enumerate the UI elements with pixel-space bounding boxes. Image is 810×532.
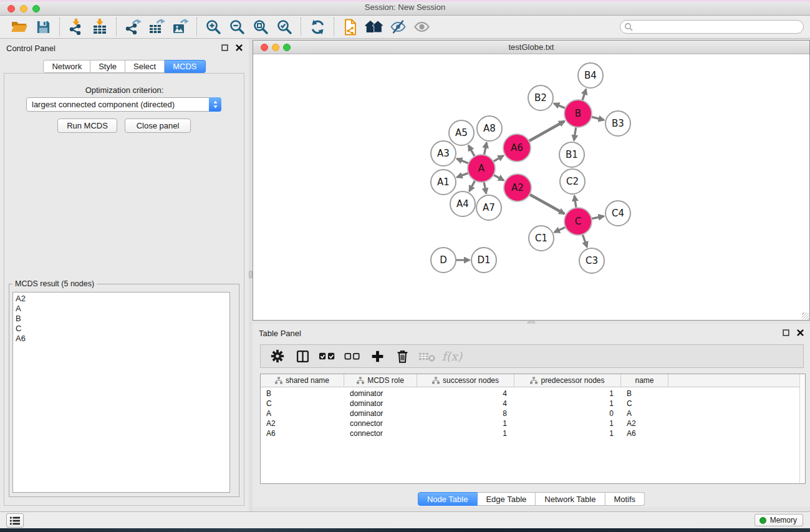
- zoom-fit-button[interactable]: [249, 17, 272, 37]
- hide-selected-button[interactable]: [386, 17, 410, 37]
- network-from-selection-button[interactable]: [339, 17, 362, 37]
- search-input[interactable]: [620, 20, 804, 34]
- column-type-icon: [432, 377, 440, 384]
- show-all-button[interactable]: [410, 17, 433, 37]
- graph-node-A3[interactable]: A3: [431, 141, 456, 166]
- mcds-result-item[interactable]: A: [16, 304, 229, 314]
- table-tab-network-table[interactable]: Network Table: [536, 492, 605, 506]
- import-table-icon: [92, 19, 108, 35]
- graph-node-A[interactable]: A: [468, 155, 495, 182]
- table-cell: connector: [344, 419, 417, 428]
- list-icon: [9, 516, 21, 526]
- function-builder-button[interactable]: f(x): [441, 346, 463, 366]
- eye-icon: [413, 19, 430, 35]
- zoom-out-icon: [229, 19, 245, 35]
- graph-node-B2[interactable]: B2: [528, 85, 553, 110]
- mcds-result-item[interactable]: A2: [16, 294, 229, 304]
- table-tab-node-table[interactable]: Node Table: [418, 492, 478, 506]
- mcds-result-item[interactable]: B: [16, 314, 229, 324]
- graph-node-D[interactable]: D: [431, 248, 456, 273]
- graph-node-C3[interactable]: C3: [579, 248, 604, 273]
- window-title: Session: New Session: [0, 2, 810, 12]
- graph-node-B4[interactable]: B4: [578, 63, 603, 88]
- fx-icon: f(x): [442, 349, 463, 363]
- new-column-button[interactable]: [367, 346, 388, 366]
- graph-node-A1[interactable]: A1: [431, 170, 456, 195]
- first-neighbors-button[interactable]: [362, 17, 386, 37]
- column-header-name[interactable]: name: [621, 374, 668, 387]
- column-header-predecessor-nodes[interactable]: predecessor nodes: [514, 374, 621, 387]
- column-header-mcds-role[interactable]: MCDS role: [344, 374, 417, 387]
- table-tab-motifs[interactable]: Motifs: [605, 492, 645, 506]
- table-mode-button[interactable]: [267, 346, 288, 366]
- toolbar-separator: [196, 17, 197, 36]
- graph-node-C[interactable]: C: [564, 208, 592, 235]
- network-resize-grip[interactable]: [802, 312, 809, 319]
- zoom-out-button[interactable]: [225, 17, 249, 37]
- control-tab-select[interactable]: Select: [125, 60, 165, 73]
- graph-node-B3[interactable]: B3: [605, 111, 630, 136]
- column-header-successor-nodes[interactable]: successor nodes: [417, 374, 514, 387]
- float-table-panel-icon[interactable]: [783, 329, 789, 336]
- graph-node-A8[interactable]: A8: [477, 116, 502, 141]
- table-cell: connector: [344, 429, 417, 438]
- table-cell: B: [621, 389, 668, 398]
- import-table-button[interactable]: [88, 17, 112, 37]
- export-image-button[interactable]: [168, 17, 192, 37]
- checked-boxes-icon: [319, 351, 336, 361]
- gear-icon: [270, 349, 285, 364]
- table-tab-edge-table[interactable]: Edge Table: [477, 492, 536, 506]
- delete-table-button[interactable]: [417, 346, 438, 366]
- open-file-button[interactable]: [7, 17, 31, 37]
- graph-node-D1[interactable]: D1: [471, 248, 496, 273]
- close-panel-icon[interactable]: [236, 44, 243, 51]
- task-history-button[interactable]: [6, 513, 24, 528]
- table-scrollbar[interactable]: [799, 374, 805, 483]
- run-mcds-button[interactable]: Run MCDS: [57, 118, 117, 133]
- graph-node-C1[interactable]: C1: [529, 226, 554, 251]
- table-row[interactable]: Bdominator41B: [261, 389, 799, 399]
- table-toolbar: f(x): [260, 344, 804, 368]
- delete-columns-button[interactable]: [392, 346, 413, 366]
- graph-node-B1[interactable]: B1: [559, 142, 584, 167]
- network-graph: AA1A2A3A4A5A6A7A8BB1B2B3B4CC1C2C3C4DD1: [253, 54, 809, 320]
- graph-node-A4[interactable]: A4: [450, 191, 475, 216]
- show-columns-button[interactable]: [292, 346, 313, 366]
- table-row[interactable]: A6connector11A6: [261, 428, 799, 438]
- column-header-shared-name[interactable]: shared name: [261, 374, 344, 387]
- table-row[interactable]: A2connector11A2: [261, 418, 799, 428]
- close-panel-button[interactable]: Close panel: [125, 118, 191, 133]
- table-row[interactable]: Adominator80A: [261, 409, 799, 418]
- criterion-dropdown[interactable]: largest connected component (directed): [26, 97, 221, 112]
- open-folder-icon: [11, 19, 28, 35]
- network-window-titlebar[interactable]: testGlobe.txt: [253, 41, 809, 54]
- zoom-fit-icon: [253, 19, 269, 35]
- graph-node-A2[interactable]: A2: [504, 174, 531, 201]
- graph-node-A7[interactable]: A7: [476, 195, 501, 220]
- export-table-button[interactable]: [145, 17, 168, 37]
- graph-node-A5[interactable]: A5: [449, 120, 474, 145]
- zoom-selected-button[interactable]: [272, 17, 296, 37]
- refresh-button[interactable]: [306, 17, 329, 37]
- mcds-result-item[interactable]: C: [16, 324, 229, 334]
- memory-button[interactable]: Memory: [755, 514, 803, 526]
- graph-node-C4[interactable]: C4: [605, 201, 630, 226]
- control-tab-style[interactable]: Style: [90, 60, 125, 73]
- float-panel-icon[interactable]: [221, 44, 228, 51]
- mcds-result-item[interactable]: A6: [16, 334, 229, 344]
- control-tab-mcds[interactable]: MCDS: [165, 60, 205, 73]
- network-view-window: testGlobe.txt AA1A2A3A4A5A6A7A8BB1B2B3B4…: [253, 40, 810, 321]
- graph-node-B[interactable]: B: [564, 100, 592, 127]
- import-network-button[interactable]: [64, 17, 88, 37]
- save-session-button[interactable]: [31, 17, 55, 37]
- control-tab-network[interactable]: Network: [43, 60, 90, 73]
- zoom-in-button[interactable]: [201, 17, 225, 37]
- table-row[interactable]: Cdominator41C: [261, 399, 799, 409]
- graph-node-A6[interactable]: A6: [503, 134, 531, 162]
- close-table-panel-icon[interactable]: [797, 329, 804, 336]
- network-canvas[interactable]: AA1A2A3A4A5A6A7A8BB1B2B3B4CC1C2C3C4DD1: [253, 54, 809, 320]
- graph-node-C2[interactable]: C2: [560, 169, 585, 194]
- select-all-rows-button[interactable]: [317, 346, 338, 366]
- deselect-all-rows-button[interactable]: [342, 346, 363, 366]
- export-network-button[interactable]: [121, 17, 145, 37]
